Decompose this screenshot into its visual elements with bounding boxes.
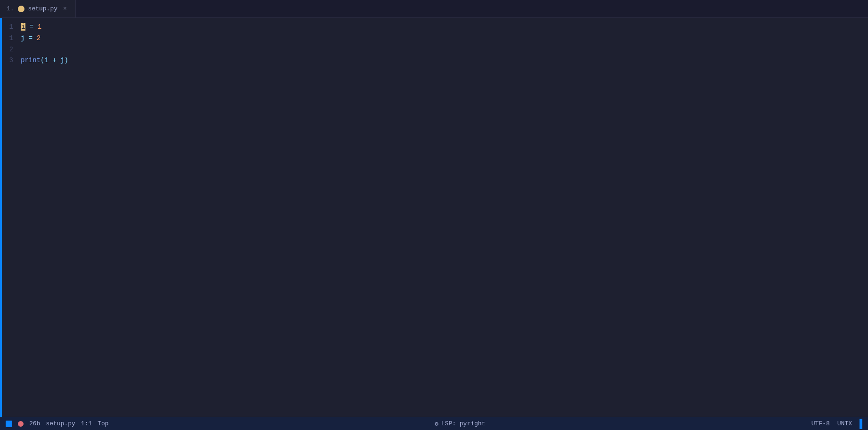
- num-2: 2: [37, 34, 41, 42]
- tab-filename: setup.py: [28, 5, 57, 12]
- status-right-bar: [860, 419, 862, 429]
- status-right: UTF-8 UNIX: [811, 419, 862, 429]
- op-equals-2: =: [24, 34, 36, 42]
- main-content: 1 i = 1 1 j = 2 2 3 print(i + j): [0, 18, 868, 417]
- line-content-2: [21, 44, 24, 56]
- line-number-3: 3: [2, 55, 21, 66]
- var-i: i: [21, 23, 25, 31]
- op-plus: +: [49, 57, 60, 64]
- status-center: ⚙ LSP: pyright: [109, 420, 811, 428]
- var-i-2: i: [44, 57, 48, 64]
- tab-setup-py[interactable]: 1. setup.py ×: [0, 0, 76, 17]
- tab-number: 1.: [7, 5, 14, 12]
- status-file-size: 26b: [29, 420, 40, 427]
- tab-file-icon: [18, 6, 24, 12]
- status-lsp: LSP: pyright: [441, 420, 486, 427]
- status-line-ending: UNIX: [837, 420, 852, 427]
- status-dot: [18, 421, 24, 427]
- code-line-1b[interactable]: 1 j = 2: [2, 33, 868, 44]
- code-container: 1 i = 1 1 j = 2 2 3 print(i + j): [2, 22, 868, 66]
- tab-close-button[interactable]: ×: [61, 5, 69, 13]
- func-print: print: [21, 57, 41, 64]
- lsp-gear-icon: ⚙: [435, 420, 438, 428]
- line-content-3: print(i + j): [21, 55, 68, 66]
- op-equals-1: =: [25, 23, 37, 31]
- status-file-name: setup.py: [46, 420, 75, 427]
- tab-bar: 1. setup.py ×: [0, 0, 868, 18]
- paren-close: ): [64, 57, 68, 64]
- status-position: 1:1: [81, 420, 92, 427]
- line-content-1: i = 1: [21, 22, 41, 33]
- code-line-1[interactable]: 1 i = 1: [2, 22, 868, 33]
- num-1: 1: [38, 23, 41, 31]
- status-mode-indicator: [6, 421, 12, 427]
- code-line-2[interactable]: 2: [2, 44, 868, 56]
- line-number-2: 2: [2, 44, 21, 56]
- line-content-1b: j = 2: [21, 33, 41, 44]
- line-number-1b: 1: [2, 33, 21, 44]
- status-bar: 26b setup.py 1:1 Top ⚙ LSP: pyright UTF-…: [0, 417, 868, 430]
- status-encoding: UTF-8: [811, 420, 830, 427]
- status-scroll: Top: [97, 420, 108, 427]
- code-line-3[interactable]: 3 print(i + j): [2, 55, 868, 66]
- line-number-1: 1: [2, 22, 21, 33]
- status-left: 26b setup.py 1:1 Top: [6, 420, 109, 427]
- editor-area[interactable]: 1 i = 1 1 j = 2 2 3 print(i + j): [2, 18, 868, 417]
